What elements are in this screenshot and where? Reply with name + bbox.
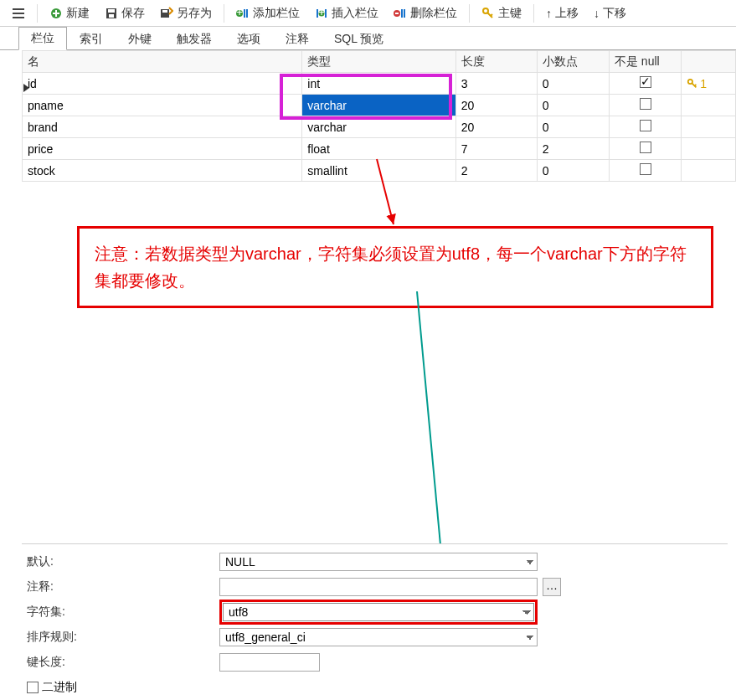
collation-select[interactable]: utf8_general_ci: [219, 628, 538, 646]
col-header-type[interactable]: 类型: [302, 51, 455, 73]
cell-notnull[interactable]: [609, 73, 681, 95]
svg-text:+: +: [236, 7, 243, 18]
key-icon: [687, 78, 698, 90]
col-header-len[interactable]: 长度: [455, 51, 537, 73]
cell-key[interactable]: [682, 138, 736, 160]
notnull-checkbox[interactable]: [640, 163, 651, 175]
inscol-label: 插入栏位: [332, 6, 378, 21]
saveas-button[interactable]: 另存为: [153, 3, 219, 23]
annotation-note: 注意：若数据类型为varchar，字符集必须设置为utf8，每一个varchar…: [77, 226, 713, 308]
menu-button[interactable]: [5, 4, 32, 23]
cell-len[interactable]: 7: [455, 138, 537, 160]
moveup-button[interactable]: ↑ 上移: [539, 3, 585, 23]
cell-name[interactable]: stock: [23, 160, 302, 182]
cell-key[interactable]: [682, 160, 736, 182]
cell-dec[interactable]: 0: [537, 95, 609, 116]
cell-len[interactable]: 2: [455, 160, 537, 182]
inscol-button[interactable]: + 插入栏位: [308, 3, 385, 23]
svg-rect-5: [162, 10, 167, 13]
addcol-icon: +: [236, 7, 250, 20]
primarykey-button[interactable]: 主键: [475, 3, 528, 23]
designer-tabs: 栏位索引外键触发器选项注释SQL 预览: [0, 27, 736, 50]
default-label: 默认:: [22, 554, 214, 569]
menu-icon: [13, 8, 24, 18]
delcol-button[interactable]: 删除栏位: [387, 3, 464, 23]
cell-notnull[interactable]: [609, 160, 681, 182]
comment-browse-button[interactable]: …: [543, 578, 561, 596]
moveup-label: 上移: [555, 6, 579, 21]
saveas-icon: [160, 7, 173, 20]
cell-type[interactable]: varchar: [302, 116, 455, 138]
cell-len[interactable]: 3: [455, 73, 537, 95]
tab-1[interactable]: 索引: [67, 28, 116, 50]
svg-rect-2: [108, 9, 115, 13]
table-row[interactable]: idint301: [23, 73, 736, 95]
cell-notnull[interactable]: [609, 95, 681, 116]
cell-len[interactable]: 20: [455, 95, 537, 116]
tab-0[interactable]: 栏位: [18, 27, 67, 50]
cell-type[interactable]: smallint: [302, 160, 455, 182]
col-header-null[interactable]: 不是 null: [609, 51, 681, 73]
tab-3[interactable]: 触发器: [164, 28, 224, 50]
cell-type[interactable]: varchar: [302, 95, 455, 116]
movedown-button[interactable]: ↓ 下移: [587, 3, 633, 23]
cell-key[interactable]: [682, 95, 736, 116]
comment-input[interactable]: [219, 578, 538, 596]
notnull-checkbox[interactable]: [640, 98, 651, 110]
charset-highlight: utf8: [219, 600, 538, 625]
columns-grid: 名 类型 长度 小数点 不是 null idint301pnamevarchar…: [22, 50, 736, 182]
col-header-key[interactable]: [682, 51, 736, 73]
addcol-label: 添加栏位: [253, 6, 300, 21]
new-button[interactable]: 新建: [43, 3, 96, 23]
svg-rect-13: [325, 9, 327, 18]
cell-dec[interactable]: 0: [537, 160, 609, 182]
table-row[interactable]: brandvarchar200: [23, 116, 736, 138]
cell-len[interactable]: 20: [455, 116, 537, 138]
cell-dec[interactable]: 2: [537, 138, 609, 160]
default-select[interactable]: NULL: [219, 553, 538, 571]
tab-4[interactable]: 选项: [224, 28, 273, 50]
cell-key[interactable]: [682, 116, 736, 138]
cell-name[interactable]: brand: [23, 116, 302, 138]
binary-label: 二进制: [42, 680, 77, 695]
cell-dec[interactable]: 0: [537, 116, 609, 138]
charset-label: 字符集:: [22, 605, 214, 620]
current-row-marker: [23, 84, 29, 92]
delcol-icon: [394, 7, 407, 20]
cell-type[interactable]: float: [302, 138, 455, 160]
cell-name[interactable]: id: [23, 73, 302, 95]
cell-type[interactable]: int: [302, 73, 455, 95]
col-header-name[interactable]: 名: [23, 51, 302, 73]
binary-checkbox[interactable]: [27, 682, 39, 693]
notnull-checkbox[interactable]: [640, 142, 651, 153]
delcol-label: 删除栏位: [410, 6, 457, 21]
table-row[interactable]: stocksmallint20: [23, 160, 736, 182]
tab-2[interactable]: 外键: [116, 28, 164, 50]
cell-notnull[interactable]: [609, 138, 681, 160]
cell-dec[interactable]: 0: [537, 73, 609, 95]
cell-name[interactable]: pname: [23, 95, 302, 116]
tab-6[interactable]: SQL 预览: [322, 28, 396, 50]
movedown-label: 下移: [603, 6, 626, 21]
notnull-checkbox[interactable]: [640, 76, 651, 88]
collation-label: 排序规则:: [22, 630, 214, 645]
addcol-button[interactable]: + 添加栏位: [229, 3, 306, 23]
notnull-checkbox[interactable]: [640, 120, 651, 131]
cell-key[interactable]: 1: [682, 73, 736, 95]
arrow-down-icon: ↓: [594, 7, 600, 20]
svg-line-21: [417, 291, 444, 581]
table-row[interactable]: pricefloat72: [23, 138, 736, 160]
keylen-label: 键长度:: [22, 655, 214, 670]
charset-select[interactable]: utf8: [223, 603, 534, 621]
table-row[interactable]: pnamevarchar200: [23, 95, 736, 116]
key-icon: [481, 7, 495, 20]
cell-name[interactable]: price: [23, 138, 302, 160]
svg-rect-17: [404, 9, 405, 18]
keylen-input[interactable]: [219, 653, 320, 672]
tab-5[interactable]: 注释: [273, 28, 322, 50]
cell-notnull[interactable]: [609, 116, 681, 138]
col-header-dec[interactable]: 小数点: [537, 51, 609, 73]
save-button[interactable]: 保存: [98, 3, 152, 23]
svg-rect-15: [395, 13, 399, 14]
svg-rect-8: [244, 9, 245, 18]
